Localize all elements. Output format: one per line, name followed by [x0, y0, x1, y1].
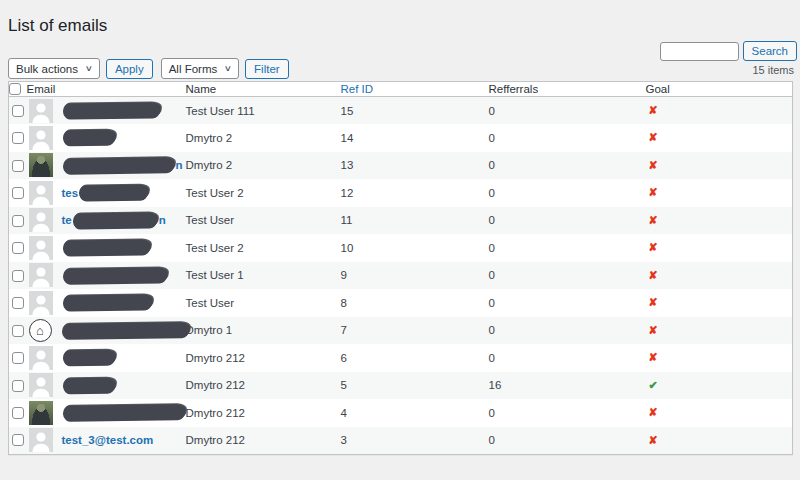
person-silhouette-icon: [29, 346, 53, 370]
column-header-name: Name: [186, 82, 341, 97]
row-checkbox[interactable]: [12, 160, 24, 172]
user-avatar: [29, 263, 53, 287]
user-avatar: [29, 428, 53, 452]
row-checkbox[interactable]: [12, 325, 24, 337]
user-name: Dmytro 1: [186, 324, 233, 336]
refferrals-value: 0: [489, 407, 495, 419]
user-avatar: [29, 99, 53, 123]
email-link[interactable]: [62, 295, 154, 310]
refferrals-value: 0: [489, 132, 495, 144]
person-silhouette-icon: [29, 373, 53, 397]
toolbar: Bulk actions ∨ Apply All Forms ∨ Filter: [8, 58, 289, 79]
row-checkbox[interactable]: [12, 297, 24, 309]
table-row: n Dmytro 2 13 0 ✘: [9, 152, 793, 180]
table-row: Dmytro 212 4 0 ✘: [9, 399, 793, 427]
chevron-down-icon: ∨: [85, 64, 93, 73]
ref-id-value: 4: [341, 407, 347, 419]
refferrals-value: 0: [489, 352, 495, 364]
list-of-emails-page: List of emails Search Bulk actions ∨ App…: [0, 0, 800, 480]
person-silhouette-icon: [29, 291, 53, 315]
row-checkbox[interactable]: [12, 434, 24, 446]
user-avatar: [29, 181, 53, 205]
table-row: ⌂ Dmytro 1 7 0 ✘: [9, 317, 793, 345]
ref-id-value: 9: [341, 269, 347, 281]
table-row: Dmytro 212 5 16 ✔: [9, 372, 793, 400]
table-row: Dmytro 2 14 0 ✘: [9, 124, 793, 152]
column-header-email: Email: [27, 82, 186, 97]
person-silhouette-icon: [29, 126, 53, 150]
ref-id-value: 8: [341, 297, 347, 309]
row-checkbox[interactable]: [12, 132, 24, 144]
select-all-checkbox[interactable]: [9, 83, 21, 95]
row-checkbox[interactable]: [12, 215, 24, 227]
apply-button[interactable]: Apply: [106, 59, 153, 79]
forms-filter-select[interactable]: All Forms ∨: [161, 58, 239, 79]
email-link[interactable]: [62, 378, 117, 393]
refferrals-value: 0: [489, 105, 495, 117]
row-checkbox[interactable]: [12, 407, 24, 419]
user-avatar: [29, 401, 53, 425]
redaction-blob: [62, 404, 185, 421]
redaction-blob: [79, 185, 149, 201]
goal-icon: ✘: [646, 214, 658, 226]
row-checkbox[interactable]: [12, 105, 24, 117]
user-name: Dmytro 212: [186, 434, 245, 446]
ref-id-value: 13: [341, 159, 354, 171]
refferrals-value: 0: [489, 242, 495, 254]
ref-id-value: 14: [341, 132, 354, 144]
redaction-blob: [62, 240, 150, 256]
redaction-blob: [62, 267, 167, 283]
row-checkbox[interactable]: [12, 270, 24, 282]
email-link[interactable]: [61, 323, 191, 338]
goal-icon: ✘: [646, 131, 658, 143]
row-checkbox[interactable]: [12, 352, 24, 364]
email-link[interactable]: [62, 240, 152, 255]
email-table-body: Test User 111 15 0 ✘ Dmytro 2 14 0 ✘ n: [9, 97, 793, 455]
user-name: Dmytro 2: [186, 159, 233, 171]
row-checkbox[interactable]: [12, 380, 24, 392]
user-name: Test User 2: [186, 242, 244, 254]
row-checkbox[interactable]: [12, 242, 24, 254]
bulk-actions-select[interactable]: Bulk actions ∨: [8, 58, 100, 79]
redaction-blob: [61, 322, 189, 339]
ref-id-value: 11: [341, 214, 353, 226]
row-checkbox[interactable]: [12, 187, 24, 199]
redaction-blob: [73, 212, 158, 228]
goal-icon: ✘: [646, 406, 658, 418]
user-avatar: [29, 236, 53, 260]
email-link[interactable]: test_3@test.com: [62, 434, 154, 446]
person-silhouette-icon: [29, 236, 53, 260]
refferrals-value: 0: [489, 269, 495, 281]
user-name: Test User 111: [186, 105, 255, 117]
user-name: Test User: [186, 214, 235, 226]
bulk-actions-label: Bulk actions: [16, 63, 78, 75]
goal-icon: ✘: [646, 296, 658, 308]
user-name: Dmytro 212: [186, 407, 245, 419]
column-header-goal: Goal: [646, 82, 793, 97]
email-link[interactable]: [62, 268, 169, 283]
goal-icon: ✘: [646, 434, 658, 446]
goal-icon: ✘: [646, 159, 658, 171]
person-silhouette-icon: [29, 263, 53, 287]
email-link[interactable]: [62, 405, 187, 420]
email-link[interactable]: [62, 103, 162, 118]
user-name: Dmytro 212: [186, 379, 245, 391]
email-link[interactable]: [62, 350, 117, 365]
email-link[interactable]: [62, 130, 117, 145]
column-header-ref-id[interactable]: Ref ID: [341, 83, 374, 95]
table-row: Test User 2 10 0 ✘: [9, 234, 793, 262]
emails-table: Email Name Ref ID Refferrals Goal Test U…: [8, 81, 793, 455]
table-row: Test User 8 0 ✘: [9, 289, 793, 317]
search-input[interactable]: [660, 42, 739, 61]
filter-button[interactable]: Filter: [245, 59, 289, 79]
table-row: ten Test User 11 0 ✘: [9, 207, 793, 235]
user-name: Dmytro 212: [186, 352, 245, 364]
email-link[interactable]: ten: [62, 213, 166, 228]
email-link[interactable]: tes: [62, 185, 151, 200]
search-button[interactable]: Search: [743, 41, 797, 61]
column-header-refferrals: Refferrals: [489, 82, 646, 97]
goal-icon: ✘: [646, 324, 658, 336]
email-link[interactable]: n: [62, 158, 183, 173]
person-silhouette-icon: [29, 208, 53, 232]
redaction-blob: [62, 377, 115, 393]
